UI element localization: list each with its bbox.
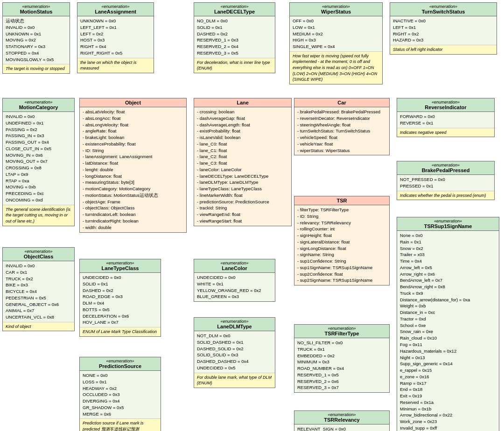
uml-diagram: «enumeration»MotionStatus运动状态INVALID = 0… xyxy=(0,0,504,431)
attr: UNDECIDED = 0x0 xyxy=(197,274,272,281)
attr: Minimun = 0x1b xyxy=(400,406,496,412)
attr: - existenceProbability: float xyxy=(83,141,183,147)
attr: - laneDLMType: LaneDLMType xyxy=(197,179,288,186)
stereotype-wiperstatus: «enumeration» xyxy=(292,4,380,9)
attr: SOLID_SOLID = 0x3 xyxy=(197,352,272,358)
box-note-laneassignment: the lane on which the object is measured xyxy=(77,58,154,73)
attr: GR_SHADOW = 0x5 xyxy=(83,404,158,411)
attr: Tractor = 0xd xyxy=(400,316,496,322)
stereotype-lanecolor: «enumeration» xyxy=(196,261,273,265)
box-body-motioncategory: INVALID = 0x0UNDEFINED = 0x1PASSING = 0x… xyxy=(3,112,74,205)
box-header-tsr: TSR xyxy=(294,196,389,205)
attr: LEFT_LEFT = 0x1 xyxy=(80,24,151,31)
attr: HOST = 0x3 xyxy=(80,37,151,43)
attr: LOW = 0x1 xyxy=(293,24,379,31)
attr: HAZARD = 0x3 xyxy=(393,37,494,43)
box-note-lanetypeclass: ENUM of Lane Mark Type Classification xyxy=(80,327,161,336)
attr: e_rappel = 0x15 xyxy=(400,367,496,374)
attr: SOLID = 0x1 xyxy=(83,281,158,287)
stereotype-turnswitchstatus: «enumeration» xyxy=(392,4,494,9)
uml-box-object: Object- absLatVelocity: float- absLongAc… xyxy=(79,98,187,233)
attr: Distance_arrow(distance_for) = 0xa xyxy=(400,297,496,303)
attr: RESERVED_1 = 0x5 xyxy=(297,372,386,378)
classname-lane: Lane xyxy=(196,100,289,105)
uml-box-turnswitchstatus: «enumeration»TurnSwitchStatusINACTIVE = … xyxy=(390,2,497,55)
stereotype-reverseindicator: «enumeration» xyxy=(399,100,492,104)
attr: INVALID = 0x0 xyxy=(6,263,71,269)
attr: None = 0x0 xyxy=(400,232,496,239)
attr: SOLID = 0x1 xyxy=(197,24,272,31)
attr: Rain_cloud = 0x10 xyxy=(400,335,496,341)
classname-turnswitchstatus: TurnSwitchStatus xyxy=(392,9,494,14)
attr: - viewRangeEnd: float xyxy=(197,211,288,218)
attr: - sup1SignName: TSRSup1SignName xyxy=(297,264,386,271)
attr: ROAD_EDGE = 0x3 xyxy=(83,293,158,300)
uml-box-tsrfiltertype: «enumeration»TSRFilterTypeNO_SLI_FILTER … xyxy=(294,324,390,393)
attr: CLOSE_CUT_IN = 0x5 xyxy=(6,146,71,152)
box-body-lanecolor: UNDECIDED = 0x0WHITE = 0x1YELLOW_ORANGE_… xyxy=(194,273,275,301)
attr: - laneTypeClass: LaneTypeClass xyxy=(197,186,288,192)
attr: CAR = 0x1 xyxy=(6,269,71,276)
attr: - laneColor: LaneColor xyxy=(197,167,288,173)
attr: - signHeight: float xyxy=(297,232,386,239)
box-note-reverseindicator: Indicates negative speed xyxy=(397,128,494,137)
attr: RESERVED_2 = 0x4 xyxy=(197,43,272,50)
attr: - lane_C3: float xyxy=(197,160,288,167)
uml-box-brakepedalpressed: «enumeration»BrakePedalPressedNOT_PRESSE… xyxy=(397,161,495,200)
box-body-lane: - crossing: boolean- dashAverageGap: flo… xyxy=(194,107,291,226)
attr: DASHED_SOLID = 0x2 xyxy=(197,346,272,352)
box-header-object: Object xyxy=(80,98,186,107)
attr: REVERSE = 0x1 xyxy=(400,120,491,126)
box-header-objectclass: «enumeration»ObjectClass xyxy=(3,248,74,261)
attr: UNCERTAIN_VCL = 0x8 xyxy=(6,314,71,320)
attr: YELLOW_ORANGE_RED = 0x2 xyxy=(197,287,272,294)
attr: - trackId: String xyxy=(197,205,288,211)
box-body-objectclass: INVALID = 0x0CAR = 0x1TRUCK = 0x2BIKE = … xyxy=(3,261,74,322)
attr: Truck = 0x9 xyxy=(400,290,496,297)
attr: NOT_PRESSED = 0x0 xyxy=(400,176,491,183)
attr: DIVERGING = 0x4 xyxy=(83,398,158,404)
attr: MERGE = 0x6 xyxy=(83,411,158,417)
attr: DASHED = 0x2 xyxy=(83,287,158,294)
box-header-brakepedalpressed: «enumeration»BrakePedalPressed xyxy=(397,161,494,175)
attr: MEDIUM = 0x2 xyxy=(293,31,379,37)
uml-box-objectclass: «enumeration»ObjectClassINVALID = 0x0CAR… xyxy=(2,247,75,331)
box-header-motionstatus: «enumeration»MotionStatus xyxy=(3,3,70,16)
box-header-tsrsup1signname: «enumeration»TSRSup1SignName xyxy=(397,217,499,231)
box-note-predictionsource: Prediction source if Lane mark is predic… xyxy=(80,418,161,431)
attr: TRUCK = 0x2 xyxy=(6,276,71,282)
uml-box-motioncategory: «enumeration»MotionCategoryINVALID = 0x0… xyxy=(2,98,75,226)
attr: LTAP = 0x9 xyxy=(6,171,71,178)
box-header-turnswitchstatus: «enumeration»TurnSwitchStatus xyxy=(390,3,497,16)
classname-car: Car xyxy=(297,100,387,105)
stereotype-predictionsource: «enumeration» xyxy=(82,359,158,363)
attr: GENERAL_OBJECT = 0x6 xyxy=(6,301,71,308)
attr: HIGH = 0x3 xyxy=(293,37,379,43)
stereotype-lanedlmtype: «enumeration» xyxy=(196,319,273,324)
attr: Work_zone = 0x23 xyxy=(400,418,496,425)
attr: PASSING_IN = 0x3 xyxy=(6,132,71,139)
box-body-wiperstatus: OFF = 0x0LOW = 0x1MEDIUM = 0x2HIGH = 0x3… xyxy=(290,16,382,51)
attr: - dashAverageGap: float xyxy=(197,115,288,122)
attr: - absLongAcc: float xyxy=(83,115,183,122)
uml-box-tsr: TSR- filterType: TSRFilterType- ID: Stri… xyxy=(294,196,390,285)
attr: RESERVED_1 = 0x3 xyxy=(197,37,272,43)
uml-box-lane: Lane- crossing: boolean- dashAverageGap:… xyxy=(194,98,292,226)
attr: RIGHT_RIGHT = 0x5 xyxy=(80,50,151,56)
attr: RESERVED_3 = 0x5 xyxy=(197,50,272,56)
uml-box-reverseindicator: «enumeration»ReverseIndicatorFORWARD = 0… xyxy=(397,98,495,137)
attr: - absLongVelocity: float xyxy=(83,122,183,128)
attr: NONE = 0x0 xyxy=(83,372,158,379)
attr: - brakeLight: boolean xyxy=(83,134,183,141)
attr: Night = 0x13 xyxy=(400,355,496,361)
attr: Arrow_left = 0x5 xyxy=(400,264,496,271)
stereotype-lanetypeclass: «enumeration» xyxy=(82,261,158,265)
uml-box-lanedlmtype: «enumeration»LaneDLMTypeNOT_DLM = 0x0SOL… xyxy=(194,317,275,388)
classname-objectclass: ObjectClass xyxy=(5,254,72,259)
uml-box-lanecolor: «enumeration»LaneColorUNDECIDED = 0x0WHI… xyxy=(194,259,275,302)
classname-lanetypeclass: LaneTypeClass xyxy=(82,265,158,271)
attr: - lenght: double xyxy=(83,167,183,173)
attr: BICYCLE = 0x4 xyxy=(6,288,71,295)
box-body-tsrfiltertype: NO_SLI_FILTER = 0x0TRUCK = 0x1EMBEDDED =… xyxy=(294,338,389,392)
classname-lanecolor: LaneColor xyxy=(196,265,273,271)
